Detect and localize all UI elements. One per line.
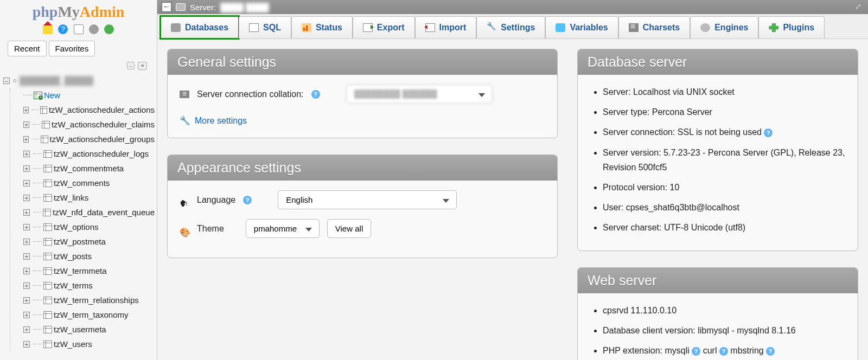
tree-table-item[interactable]: + tzW_actionscheduler_logs — [23, 146, 155, 161]
favorites-button[interactable]: Favorites — [49, 41, 95, 56]
panel-heading: Web server — [578, 268, 858, 293]
tree-table-item[interactable]: + tzW_actionscheduler_claims — [23, 117, 155, 132]
link-icon[interactable]: ⚭ — [138, 62, 147, 70]
tree-table-item[interactable]: + tzW_terms — [23, 278, 155, 293]
table-icon — [43, 267, 52, 275]
panel-collapse-button[interactable]: ← — [162, 2, 171, 12]
collation-icon — [180, 91, 189, 98]
panel-heading: General settings — [168, 49, 557, 75]
language-select[interactable]: English — [278, 190, 457, 209]
panel-heading: Database server — [578, 49, 858, 75]
tab-plugins[interactable]: Plugins — [758, 16, 825, 38]
tree-table-item[interactable]: + tzW_actionscheduler_groups — [23, 132, 155, 146]
help-icon[interactable]: ? — [719, 347, 728, 356]
tree-table-item[interactable]: + tzW_nfd_data_event_queue — [23, 205, 155, 220]
panel-heading: Appearance settings — [168, 155, 557, 181]
tree-table-item[interactable]: + tzW_termmeta — [23, 263, 155, 278]
web-server-panel: Web server cpsrvd 11.110.0.10Database cl… — [577, 267, 858, 361]
home-icon[interactable] — [43, 24, 53, 34]
tab-databases[interactable]: Databases — [161, 16, 239, 38]
status-icon — [302, 23, 311, 32]
charsets-icon — [629, 23, 639, 32]
tree-table-item[interactable]: + tzW_comments — [23, 176, 155, 190]
tab-charsets[interactable]: Charsets — [618, 16, 690, 38]
new-table-icon: + — [34, 92, 42, 99]
help-icon[interactable] — [58, 24, 68, 34]
theme-select[interactable]: pmahomme — [246, 219, 320, 238]
db-server-info-item: Server type: Percona Server — [603, 105, 846, 119]
export-icon — [363, 23, 373, 32]
table-icon — [43, 253, 52, 260]
tree-table-item[interactable]: + tzW_term_taxonomy — [23, 307, 155, 322]
table-icon — [43, 282, 52, 290]
server-label: Server: — [190, 3, 216, 12]
tree-table-item[interactable]: + tzW_postmeta — [23, 234, 155, 249]
general-settings-panel: General settings Server connection colla… — [167, 49, 558, 138]
tab-import[interactable]: Import — [415, 16, 477, 38]
more-settings-link[interactable]: More settings — [195, 113, 247, 128]
help-icon[interactable]: ? — [764, 128, 773, 137]
server-icon — [176, 3, 186, 11]
quick-icons — [0, 22, 157, 38]
table-icon — [43, 179, 52, 187]
help-icon[interactable]: ? — [311, 90, 320, 99]
web-server-info-item: Database client version: libmysql - mysq… — [603, 323, 846, 338]
collation-select[interactable]: ████████ ██████ — [346, 85, 493, 104]
tab-status[interactable]: Status — [291, 16, 353, 38]
recent-button[interactable]: Recent — [8, 41, 47, 56]
sql-icon[interactable] — [74, 24, 84, 34]
view-all-themes-button[interactable]: View all — [327, 219, 371, 238]
tree-new-table[interactable]: + New — [23, 88, 155, 102]
tree-table-item[interactable]: + tzW_posts — [23, 249, 155, 263]
database-server-panel: Database server Server: Localhost via UN… — [577, 49, 858, 251]
help-icon[interactable]: ? — [766, 347, 775, 356]
server-name: ████ ████ — [220, 3, 269, 12]
table-icon — [43, 326, 52, 333]
sql-icon — [249, 23, 259, 32]
top-bar: ← Server: ████ ████ ⤢ — [157, 0, 868, 14]
collation-label: Server connection collation: — [197, 87, 304, 101]
tree-table-item[interactable]: + tzW_commentmeta — [23, 161, 155, 176]
db-server-info-item: Server version: 5.7.23-23 - Percona Serv… — [603, 145, 846, 175]
tree-table-item[interactable]: + tzW_links — [23, 190, 155, 205]
plugins-icon — [769, 23, 778, 32]
reload-icon[interactable] — [104, 24, 114, 34]
main-tabs: DatabasesSQLStatusExportImportSettingsVa… — [157, 14, 868, 39]
table-icon — [43, 150, 52, 158]
help-icon[interactable]: ? — [692, 347, 700, 356]
theme-label: Theme — [197, 221, 224, 236]
tab-engines[interactable]: Engines — [690, 16, 758, 38]
help-icon[interactable]: ? — [243, 196, 252, 204]
theme-icon — [180, 225, 189, 233]
tab-settings[interactable]: Settings — [476, 16, 545, 38]
phpmyadmin-logo: phpMyAdmin — [0, 0, 157, 22]
language-icon — [180, 196, 189, 204]
database-tree: – ███████_█████ + New+ tzW_actionschedul… — [0, 73, 157, 351]
table-icon — [43, 209, 51, 216]
tab-sql[interactable]: SQL — [239, 16, 291, 38]
topbar-gear-icon[interactable]: ⤢ — [855, 2, 864, 11]
collapse-tree-icon[interactable]: – — [127, 62, 135, 69]
tree-table-item[interactable]: + tzW_options — [23, 220, 155, 234]
settings-icon[interactable] — [89, 24, 99, 34]
table-icon — [43, 165, 52, 172]
web-server-info-item: PHP extension: mysqli ? curl ? mbstring … — [603, 343, 846, 358]
tab-export[interactable]: Export — [353, 16, 415, 38]
wrench-icon: 🔧 — [180, 113, 190, 128]
tree-table-item[interactable]: + tzW_actionscheduler_actions — [23, 102, 155, 117]
main-area: ← Server: ████ ████ ⤢ DatabasesSQLStatus… — [157, 0, 868, 360]
tree-root-node[interactable]: – ███████_█████ — [3, 73, 155, 88]
databases-icon — [171, 23, 181, 32]
tab-variables[interactable]: Variables — [545, 16, 618, 38]
navigation-panel: phpMyAdmin Recent Favorites – ⚭ – ██████… — [0, 0, 157, 360]
table-icon — [41, 136, 48, 143]
db-server-info-item: Server charset: UTF-8 Unicode (utf8) — [603, 220, 846, 235]
table-icon — [43, 223, 52, 231]
tree-table-item[interactable]: + tzW_users — [23, 337, 155, 351]
tree-table-item[interactable]: + tzW_term_relationships — [23, 293, 155, 307]
table-icon — [43, 194, 52, 202]
table-icon — [43, 311, 52, 319]
db-server-info-item: Server: Localhost via UNIX socket — [603, 85, 846, 99]
tree-table-item[interactable]: + tzW_usermeta — [23, 322, 155, 337]
table-icon — [43, 297, 52, 304]
